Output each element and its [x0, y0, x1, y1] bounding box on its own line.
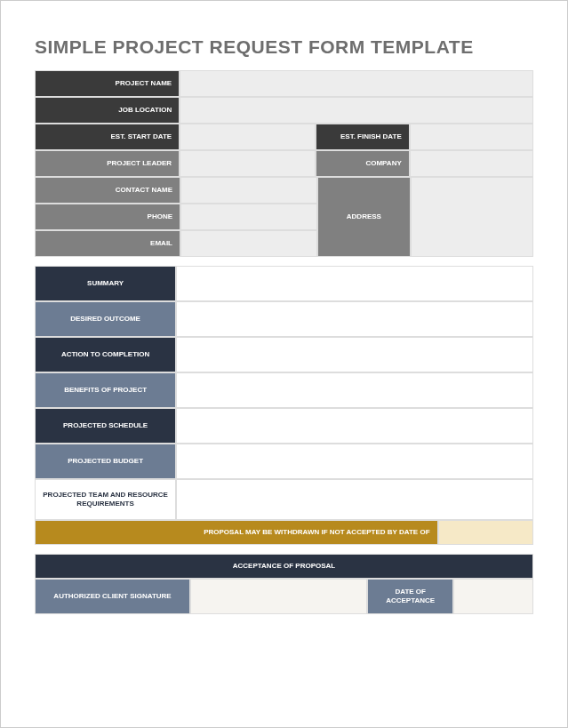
mid-section: SUMMARY DESIRED OUTCOME ACTION TO COMPLE…: [35, 266, 533, 545]
label-phone: PHONE: [35, 204, 180, 230]
label-budget: PROJECTED BUDGET: [35, 444, 176, 479]
value-phone[interactable]: [180, 204, 317, 230]
value-signature[interactable]: [190, 579, 367, 614]
label-date-acceptance: DATE OF ACCEPTANCE: [367, 579, 454, 614]
acceptance-section: ACCEPTANCE OF PROPOSAL AUTHORIZED CLIENT…: [35, 554, 533, 614]
label-proposal-notice: PROPOSAL MAY BE WITHDRAWN IF NOT ACCEPTE…: [35, 520, 438, 545]
value-address[interactable]: [411, 177, 533, 257]
label-est-start: EST. START DATE: [35, 124, 180, 150]
label-job-location: JOB LOCATION: [35, 97, 180, 124]
label-outcome: DESIRED OUTCOME: [35, 301, 176, 337]
label-company: COMPANY: [316, 150, 409, 177]
value-budget[interactable]: [176, 444, 533, 479]
form-page: SIMPLE PROJECT REQUEST FORM TEMPLATE PRO…: [0, 0, 568, 728]
value-est-finish[interactable]: [410, 124, 533, 150]
label-est-finish: EST. FINISH DATE: [316, 124, 409, 150]
label-benefits: BENEFITS OF PROJECT: [35, 372, 176, 408]
value-benefits[interactable]: [176, 372, 533, 408]
label-contact-name: CONTACT NAME: [35, 177, 180, 204]
label-project-leader: PROJECT LEADER: [35, 150, 180, 177]
value-team[interactable]: [176, 479, 533, 520]
label-acceptance-title: ACCEPTANCE OF PROPOSAL: [35, 554, 533, 579]
label-email: EMAIL: [35, 230, 180, 257]
value-date-acceptance[interactable]: [453, 579, 533, 614]
value-proposal-notice[interactable]: [438, 520, 533, 545]
label-summary: SUMMARY: [35, 266, 176, 301]
value-outcome[interactable]: [176, 301, 533, 337]
label-action: ACTION TO COMPLETION: [35, 337, 176, 372]
value-contact-name[interactable]: [180, 177, 317, 204]
label-address: ADDRESS: [317, 177, 411, 257]
value-project-leader[interactable]: [180, 150, 316, 177]
value-schedule[interactable]: [176, 408, 533, 444]
value-email[interactable]: [180, 230, 317, 257]
value-action[interactable]: [176, 337, 533, 372]
label-signature: AUTHORIZED CLIENT SIGNATURE: [35, 579, 190, 614]
value-summary[interactable]: [176, 266, 533, 301]
top-section: PROJECT NAME JOB LOCATION EST. START DAT…: [35, 70, 533, 257]
label-project-name: PROJECT NAME: [35, 70, 180, 97]
value-est-start[interactable]: [180, 124, 316, 150]
label-team: PROJECTED TEAM AND RESOURCE REQUIREMENTS: [35, 479, 176, 520]
label-schedule: PROJECTED SCHEDULE: [35, 408, 176, 444]
form-title: SIMPLE PROJECT REQUEST FORM TEMPLATE: [35, 36, 533, 58]
value-company[interactable]: [410, 150, 533, 177]
value-project-name[interactable]: [180, 70, 533, 97]
value-job-location[interactable]: [180, 97, 533, 124]
